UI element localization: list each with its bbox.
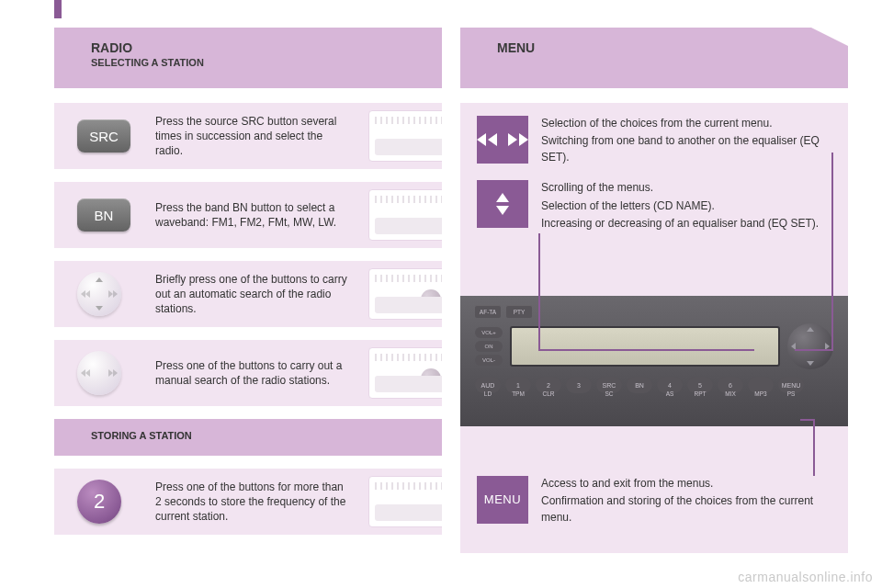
bn-button-icon: BN	[77, 198, 130, 232]
dial-horizontal-icon	[77, 351, 121, 395]
callout-ud-line1: Scrolling of the menus.	[541, 180, 831, 196]
step-store: 2 Press one of the buttons for more than…	[54, 469, 442, 535]
lbl-ps: PS	[778, 390, 804, 397]
watermark: carmanualsonline.info	[738, 570, 873, 584]
lbl-sc: SC	[596, 390, 622, 397]
callout-lr-line1: Selection of the choices from the curren…	[541, 116, 831, 131]
left-header: RADIO SELECTING A STATION	[54, 28, 442, 88]
connector-line	[538, 233, 540, 351]
up-down-arrows-icon	[477, 180, 528, 228]
lbl-mix: MIX	[718, 390, 743, 397]
callout-ud: Scrolling of the menus. Selection of the…	[477, 180, 831, 233]
step-bn-text: Press the band BN button to select a wav…	[155, 200, 350, 230]
lbl-e2	[627, 390, 652, 397]
menu-icon: MENU	[477, 476, 528, 524]
right-column: MENU Selection of the choices from the c…	[460, 28, 848, 553]
radio-thumbnail	[368, 347, 442, 399]
on-button: ON	[475, 341, 503, 352]
lbl-mp3: MP3	[748, 390, 774, 397]
connector-line	[813, 419, 815, 476]
callout-lr: Selection of the choices from the curren…	[477, 116, 831, 167]
pty-button: PTY	[506, 305, 532, 318]
step-store-text: Press one of the buttons for more than 2…	[155, 480, 350, 525]
left-subtitle: SELECTING A STATION	[91, 57, 405, 68]
side-tab	[54, 0, 62, 18]
right-title: MENU	[497, 40, 811, 55]
lbl-e1	[566, 390, 592, 397]
callout-ud-line3: Increasing or decreasing of an equaliser…	[541, 216, 831, 232]
nav-dial	[787, 323, 833, 369]
lbl-tpm: TPM	[505, 390, 531, 397]
radio-thumbnail	[368, 268, 442, 320]
connector-line	[831, 153, 833, 351]
step-manual-text: Press one of the buttons to carry out a …	[155, 358, 350, 388]
vol-up-button: VOL+	[475, 327, 503, 338]
left-right-arrows-icon	[477, 116, 528, 164]
left-column: RADIO SELECTING A STATION SRC Press the …	[54, 28, 442, 553]
preset-2-icon: 2	[77, 480, 121, 524]
lbl-ld: LD	[475, 390, 501, 397]
radio-display	[510, 326, 780, 367]
lbl-rpt: RPT	[687, 390, 713, 397]
lbl-as: AS	[657, 390, 683, 397]
dial-vertical-icon	[77, 272, 121, 316]
right-panel: Selection of the choices from the curren…	[460, 103, 848, 553]
step-src-text: Press the source SRC button several time…	[155, 114, 350, 159]
callout-menu: MENU Access to and exit from the menus. …	[477, 476, 831, 527]
storing-header: STORING A STATION	[54, 419, 442, 456]
step-auto-text: Briefly press one of the buttons to carr…	[155, 272, 350, 317]
src-button-icon: SRC	[77, 119, 130, 153]
callout-menu-line2: Confirmation and storing of the choices …	[541, 493, 831, 526]
radio-thumbnail	[368, 110, 442, 162]
vol-down-button: VOL-	[475, 355, 503, 366]
step-src: SRC Press the source SRC button several …	[54, 103, 442, 169]
left-title: RADIO	[91, 40, 405, 55]
step-auto-search: Briefly press one of the buttons to carr…	[54, 261, 442, 327]
lbl-clr: CLR	[536, 390, 561, 397]
callout-lr-line2: Switching from one band to another on th…	[541, 133, 831, 165]
afta-button: AF-TA	[475, 305, 501, 318]
manual-page: RADIO SELECTING A STATION SRC Press the …	[54, 28, 848, 553]
radio-thumbnail	[368, 189, 442, 241]
radio-thumbnail	[368, 476, 442, 527]
callout-ud-line2: Selection of the letters (CD NAME).	[541, 198, 831, 214]
right-header: MENU	[460, 28, 848, 88]
radio-unit-illustration: AF-TA PTY VOL+ ON VOL-	[460, 296, 848, 426]
callout-menu-line1: Access to and exit from the menus.	[541, 476, 831, 492]
step-manual-search: Press one of the buttons to carry out a …	[54, 340, 442, 406]
step-bn: BN Press the band BN button to select a …	[54, 182, 442, 248]
